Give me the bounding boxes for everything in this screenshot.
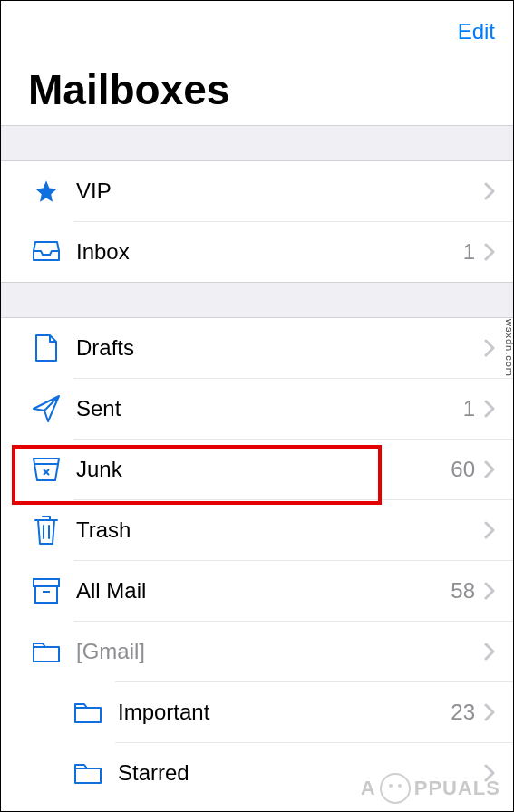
watermark: APPUALS (361, 773, 500, 804)
header: Edit Mailboxes (1, 1, 513, 125)
mailbox-row-gmail[interactable]: [Gmail] (1, 622, 513, 682)
folder-icon (72, 697, 103, 729)
junk-icon (30, 454, 62, 486)
mailbox-count: 58 (451, 578, 475, 604)
chevron-right-icon (484, 582, 495, 600)
mailbox-count: 60 (451, 457, 475, 482)
mailbox-count: 23 (451, 700, 475, 725)
folder-icon (72, 758, 103, 789)
section-separator (1, 282, 513, 318)
mailbox-row-inbox[interactable]: Inbox 1 (1, 222, 513, 282)
drafts-icon (30, 333, 62, 364)
mailbox-section-2: Drafts Sent 1 Junk 60 Trash (1, 318, 513, 803)
mailbox-label: Trash (76, 517, 475, 543)
sent-icon (30, 393, 62, 425)
mailbox-count: 1 (463, 396, 475, 421)
mailbox-label: Inbox (76, 239, 463, 265)
chevron-right-icon (484, 521, 495, 539)
chevron-right-icon (484, 703, 495, 721)
mailbox-row-junk[interactable]: Junk 60 (1, 440, 513, 499)
chevron-right-icon (484, 400, 495, 418)
chevron-right-icon (484, 339, 495, 357)
mailbox-label: VIP (76, 179, 475, 204)
svg-rect-0 (34, 579, 59, 586)
mailbox-row-trash[interactable]: Trash (1, 500, 513, 560)
mailbox-label: Junk (76, 457, 451, 482)
mailbox-label: All Mail (76, 578, 451, 604)
inbox-icon (30, 237, 62, 268)
mailbox-row-important[interactable]: Important 23 (1, 682, 513, 742)
star-icon (30, 176, 62, 208)
mailbox-row-vip[interactable]: VIP (1, 161, 513, 221)
chevron-right-icon (484, 243, 495, 261)
trash-icon (30, 515, 62, 546)
mailbox-section-1: VIP Inbox 1 (1, 161, 513, 282)
mailbox-label: Important (118, 700, 451, 725)
folder-icon (30, 636, 62, 668)
mailbox-count: 1 (463, 239, 475, 265)
chevron-right-icon (484, 460, 495, 478)
mailbox-row-drafts[interactable]: Drafts (1, 318, 513, 378)
chevron-right-icon (484, 643, 495, 661)
mailbox-label: [Gmail] (76, 639, 475, 664)
mailbox-label: Sent (76, 396, 463, 421)
page-title: Mailboxes (19, 58, 495, 125)
mailbox-row-sent[interactable]: Sent 1 (1, 379, 513, 439)
edit-button[interactable]: Edit (19, 19, 495, 58)
archive-icon (30, 575, 62, 607)
mailbox-label: Drafts (76, 335, 475, 361)
side-watermark: wsxdn.com (504, 319, 514, 377)
chevron-right-icon (484, 182, 495, 200)
mailbox-row-allmail[interactable]: All Mail 58 (1, 561, 513, 621)
section-separator (1, 125, 513, 161)
